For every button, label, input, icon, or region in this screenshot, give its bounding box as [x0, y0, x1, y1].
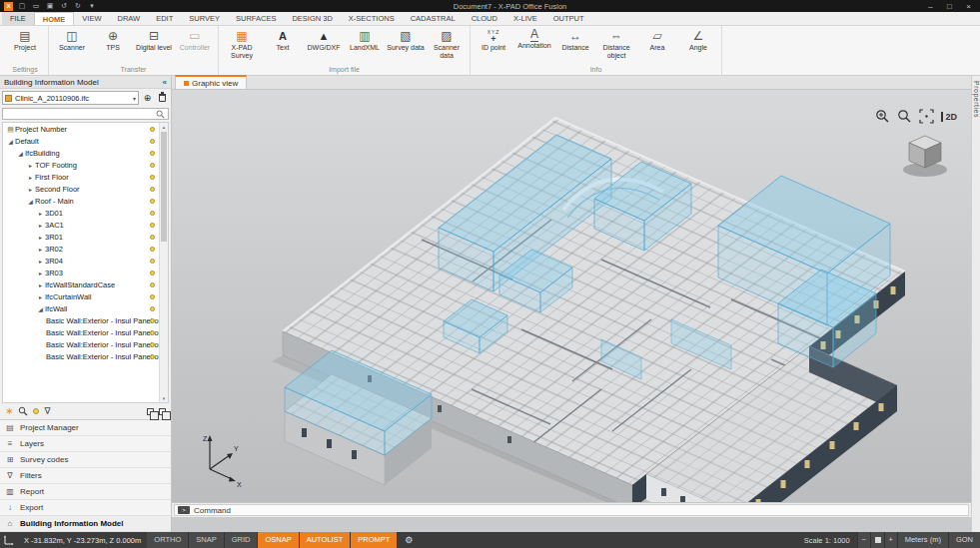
expand-icon[interactable]: ▸ [26, 160, 35, 172]
redo-icon[interactable]: ↻ [73, 0, 83, 12]
visibility-bulb-icon[interactable] [150, 139, 155, 144]
expand-icon[interactable]: ▸ [36, 208, 45, 220]
expand-icon[interactable]: ▸ [26, 184, 35, 196]
expand-icon[interactable]: ▸ [36, 291, 45, 303]
navigation-cube[interactable] [895, 130, 955, 182]
tree-item-ifcwallstandardcase[interactable]: ▸IfcWallStandardCase [3, 279, 168, 291]
tab-design3d[interactable]: DESIGN 3D [284, 12, 340, 25]
collapse-panel-icon[interactable]: « [163, 78, 167, 87]
tab-surfaces[interactable]: SURFACES [228, 12, 284, 25]
scroll-up-icon[interactable]: ▴ [160, 123, 168, 131]
tab-cloud[interactable]: CLOUD [464, 12, 505, 25]
undo-icon[interactable]: ↺ [59, 0, 69, 12]
show-all-icon[interactable]: ∗ [5, 403, 13, 419]
properties-panel-tab[interactable]: Properties [971, 76, 980, 532]
visibility-bulb-icon[interactable] [150, 354, 155, 359]
tree-item-3r04[interactable]: ▸3R04 [3, 256, 168, 268]
tab-graphic-view[interactable]: Graphic view [175, 75, 247, 89]
zoom-window-button[interactable] [897, 109, 912, 124]
visibility-bulb-icon[interactable] [150, 235, 155, 240]
text-import-button[interactable]: A Text [263, 27, 303, 52]
expand-icon[interactable]: ▸ [36, 279, 45, 291]
new-document-icon[interactable]: ▢ [17, 0, 27, 12]
remove-model-button[interactable] [156, 92, 169, 105]
visibility-bulb-icon[interactable] [150, 151, 155, 156]
tree-item-basic-wall[interactable]: Basic Wall:Exterior - Insul Panel on... [3, 327, 168, 339]
landxml-button[interactable]: ▥ LandXML [345, 27, 385, 52]
scanner-data-button[interactable]: ▨ Scanner data [427, 27, 467, 60]
tab-cadastral[interactable]: CADASTRAL [403, 12, 464, 25]
expand-icon[interactable]: ▸ [36, 256, 45, 268]
tab-edit[interactable]: EDIT [148, 12, 181, 25]
toggle-grid[interactable]: GRID [225, 532, 259, 548]
visibility-bulb-icon[interactable] [150, 306, 155, 311]
visibility-bulb-icon[interactable] [150, 271, 155, 275]
nav-layers[interactable]: ≡Layers [0, 436, 171, 452]
combo-arrow-icon[interactable]: ▾ [133, 95, 136, 102]
tree-item-default[interactable]: ◢Default [3, 136, 168, 148]
view-2d-button[interactable]: 2D [941, 112, 957, 122]
dwg-dxf-button[interactable]: ▲ DWG/DXF [304, 27, 344, 52]
tree-scrollbar[interactable]: ▴ ▾ [159, 123, 168, 402]
quick-access-dropdown-icon[interactable]: ▾ [87, 0, 97, 12]
tree-item-first-floor[interactable]: ▸First Floor [3, 172, 168, 184]
visibility-bulb-icon[interactable] [150, 330, 155, 335]
angle-units-button[interactable]: GON [948, 532, 980, 548]
close-button[interactable]: × [961, 2, 976, 11]
visibility-bulb-icon[interactable] [150, 247, 155, 252]
angle-button[interactable]: ∠ Angle [678, 27, 718, 52]
tree-search-input[interactable] [2, 108, 169, 120]
bulb-filter-icon[interactable] [33, 408, 39, 414]
survey-data-button[interactable]: ▧ Survey data [386, 27, 426, 52]
tab-home[interactable]: HOME [34, 12, 75, 25]
maximize-button[interactable]: □ [942, 2, 957, 11]
tab-survey[interactable]: SURVEY [181, 12, 228, 25]
tree-item-basic-wall[interactable]: Basic Wall:Exterior - Insul Panel on... [3, 351, 168, 363]
tree-item-ifcbuilding[interactable]: ◢IfcBuilding [3, 148, 168, 160]
tab-output[interactable]: OUTPUT [545, 12, 592, 25]
distance-button[interactable]: ↔ Distance [555, 27, 595, 52]
nav-project-manager[interactable]: ▤Project Manager [0, 420, 171, 436]
annotation-button[interactable]: A Annotation [514, 27, 554, 50]
tab-xlive[interactable]: X-LIVE [505, 12, 545, 25]
settings-gear-icon[interactable]: ⚙ [398, 532, 420, 548]
toggle-prompt[interactable]: PROMPT [351, 532, 398, 548]
tree-item-second-floor[interactable]: ▸Second Floor [3, 184, 168, 196]
visibility-bulb-icon[interactable] [150, 342, 155, 347]
zoom-level-indicator[interactable] [870, 532, 884, 548]
tps-button[interactable]: ⊕ TPS [93, 27, 133, 52]
project-button[interactable]: ▤ Project [5, 27, 45, 52]
tree-item-3r03[interactable]: ▸3R03 [3, 268, 168, 279]
visibility-bulb-icon[interactable] [150, 259, 155, 264]
zoom-out-button[interactable]: − [857, 532, 870, 548]
visibility-bulb-icon[interactable] [150, 127, 155, 132]
tree-item-ifccurtainwall[interactable]: ▸IfcCurtainWall [3, 291, 168, 303]
zoom-extents-button[interactable] [919, 109, 934, 124]
tree-item-project-number[interactable]: ▤Project Number [3, 124, 168, 136]
tree-item-ifcwall[interactable]: ◢IfcWall [3, 303, 168, 315]
scanner-button[interactable]: ◫ Scanner [52, 27, 92, 52]
expand-icon[interactable]: ▸ [36, 220, 45, 232]
tree-item-basic-wall[interactable]: Basic Wall:Exterior - Insul Panel on... [3, 339, 168, 351]
toggle-autolist[interactable]: AUTOLIST [300, 532, 352, 548]
zoom-in-scale-button[interactable]: + [884, 532, 897, 548]
scroll-down-icon[interactable]: ▾ [160, 394, 168, 402]
visibility-bulb-icon[interactable] [150, 211, 155, 216]
command-input[interactable]: > Command [174, 504, 969, 516]
zoom-selection-icon[interactable] [18, 406, 28, 416]
graphic-viewport[interactable]: 2D Z Y [172, 90, 971, 517]
tab-draw[interactable]: DRAW [110, 12, 149, 25]
collapse-all-icon[interactable] [159, 408, 166, 415]
expand-icon[interactable]: ◢ [36, 303, 45, 315]
visibility-bulb-icon[interactable] [150, 294, 155, 299]
funnel-icon[interactable]: ∇ [44, 403, 50, 419]
area-button[interactable]: ▱ Area [637, 27, 677, 52]
save-icon[interactable]: ▣ [45, 0, 55, 12]
expand-icon[interactable]: ▸ [36, 232, 45, 244]
nav-report[interactable]: ▥Report [0, 484, 171, 500]
digital-level-button[interactable]: ⊟ Digital level [134, 27, 174, 52]
model-file-select[interactable]: Clinic_A_20110906.ifc ▾ [2, 91, 139, 105]
tab-xsections[interactable]: X-SECTIONS [341, 12, 403, 25]
visibility-bulb-icon[interactable] [150, 282, 155, 287]
visibility-bulb-icon[interactable] [150, 175, 155, 180]
